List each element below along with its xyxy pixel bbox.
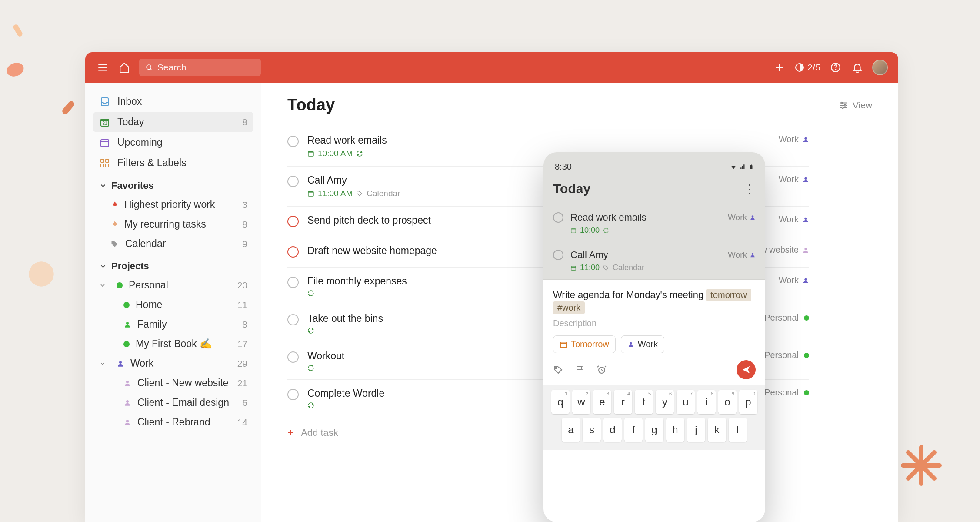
keyboard-key[interactable]: 9o	[718, 390, 737, 414]
keyboard-key[interactable]: 6y	[656, 390, 674, 414]
keyboard-key[interactable]: 8i	[697, 390, 716, 414]
project-item[interactable]: Personal20	[93, 275, 253, 295]
project-item[interactable]: Work29	[93, 354, 253, 373]
person-icon	[802, 136, 809, 143]
keyboard-key[interactable]: 0p	[739, 390, 757, 414]
project-color-dot	[804, 390, 809, 395]
project-item[interactable]: Client - New website21	[93, 373, 253, 393]
task-project-label[interactable]: Personal	[764, 313, 809, 323]
keyboard-key[interactable]: h	[666, 418, 684, 442]
keyboard-key[interactable]: 4r	[614, 390, 632, 414]
tomorrow-chip[interactable]: Tomorrow	[553, 335, 616, 353]
keyboard-key[interactable]: k	[708, 418, 726, 442]
svg-point-35	[844, 104, 846, 106]
favorite-label: Highest priority work	[124, 199, 215, 211]
task-checkbox[interactable]	[287, 136, 299, 147]
project-color-dot	[804, 353, 809, 358]
task-checkbox[interactable]	[553, 250, 563, 260]
nav-inbox[interactable]: Inbox	[93, 91, 253, 112]
phone-more-button[interactable]: ⋮	[743, 182, 756, 196]
task-project-label[interactable]: Work	[779, 134, 809, 144]
phone-task-row[interactable]: Read work emailsWork 10:00	[543, 205, 765, 242]
project-label: Family	[137, 318, 167, 330]
task-checkbox[interactable]	[287, 246, 299, 258]
keyboard-key[interactable]: d	[603, 418, 622, 442]
svg-rect-47	[751, 164, 752, 165]
task-checkbox[interactable]	[287, 314, 299, 325]
favorites-section-header[interactable]: Favorites	[93, 173, 253, 195]
favorite-item[interactable]: Calendar9	[93, 234, 253, 254]
keyboard-key[interactable]: f	[624, 418, 643, 442]
person-icon	[123, 321, 131, 328]
task-checkbox[interactable]	[287, 351, 299, 363]
project-item[interactable]: My First Book ✍️17	[93, 334, 253, 354]
task-project-label[interactable]: Work	[779, 174, 809, 184]
project-count: 17	[237, 339, 247, 349]
keyboard-key[interactable]: 7u	[677, 390, 695, 414]
send-button[interactable]	[737, 360, 756, 379]
add-task-button[interactable]	[773, 60, 787, 74]
flag-icon[interactable]	[575, 365, 585, 375]
inbox-icon	[99, 96, 110, 107]
projects-section-header[interactable]: Projects	[93, 254, 253, 275]
chevron-down-icon	[99, 262, 107, 270]
keyboard-key[interactable]: 5t	[635, 390, 653, 414]
task-project-label[interactable]: Personal	[764, 388, 809, 398]
menu-button[interactable]	[96, 60, 110, 74]
help-button[interactable]	[829, 60, 843, 74]
task-checkbox[interactable]	[553, 212, 563, 223]
project-item[interactable]: Client - Email design6	[93, 393, 253, 412]
favorite-count: 9	[242, 239, 247, 249]
label-icon[interactable]	[553, 365, 563, 375]
project-item[interactable]: Client - Rebrand14	[93, 412, 253, 432]
task-checkbox[interactable]	[287, 176, 299, 187]
keyboard-key[interactable]: 1q	[551, 390, 570, 414]
keyboard-key[interactable]: j	[687, 418, 705, 442]
project-item[interactable]: Family8	[93, 315, 253, 334]
view-label: View	[853, 100, 872, 110]
work-chip[interactable]: Work	[621, 335, 664, 353]
svg-point-48	[752, 215, 754, 218]
search-input[interactable]	[157, 62, 255, 73]
avatar[interactable]	[872, 60, 888, 75]
compose-date-pill[interactable]: tomorrow	[706, 289, 751, 301]
project-item[interactable]: Home11	[93, 295, 253, 315]
decorative-blob	[20, 252, 63, 296]
svg-point-45	[804, 278, 807, 280]
keyboard-key[interactable]: g	[645, 418, 663, 442]
task-project-label[interactable]: Work	[779, 214, 809, 224]
project-label: Client - New website	[137, 377, 229, 389]
task-project-label[interactable]: Personal	[764, 350, 809, 360]
keyboard-key[interactable]: s	[583, 418, 601, 442]
compose-text[interactable]: Write agenda for Monday's meeting tomorr…	[553, 289, 756, 314]
nav-upcoming[interactable]: Upcoming	[93, 132, 253, 153]
svg-text:21: 21	[102, 121, 107, 126]
phone-time: 8:30	[555, 162, 572, 172]
calendar-icon	[570, 228, 577, 234]
top-bar: 2/5	[85, 52, 898, 83]
alarm-icon[interactable]	[597, 365, 607, 375]
compose-description-placeholder[interactable]: Description	[553, 318, 756, 328]
person-icon	[802, 277, 809, 284]
productivity-button[interactable]: 2/5	[794, 60, 821, 74]
task-project-label[interactable]: Work	[779, 275, 809, 285]
keyboard-key[interactable]: 3e	[593, 390, 611, 414]
phone-task-row[interactable]: Call AmyWork 11:00Calendar	[543, 242, 765, 280]
keyboard-key[interactable]: a	[562, 418, 580, 442]
view-button[interactable]: View	[839, 100, 872, 110]
nav-filters[interactable]: Filters & Labels	[93, 153, 253, 173]
task-checkbox[interactable]	[287, 277, 299, 288]
keyboard-key[interactable]: 2w	[572, 390, 590, 414]
home-button[interactable]	[117, 60, 131, 74]
nav-today[interactable]: 21 Today 8	[93, 112, 253, 132]
task-checkbox[interactable]	[287, 389, 299, 400]
notifications-button[interactable]	[850, 60, 864, 74]
compose-tag-pill[interactable]: #work	[553, 301, 585, 314]
favorite-item[interactable]: My recurring tasks8	[93, 214, 253, 234]
svg-point-36	[842, 107, 843, 108]
task-checkbox[interactable]	[287, 216, 299, 227]
keyboard-key[interactable]: l	[729, 418, 747, 442]
search-box[interactable]	[139, 59, 261, 76]
favorite-item[interactable]: Highest priority work3	[93, 195, 253, 214]
asterisk-decoration	[900, 444, 943, 487]
